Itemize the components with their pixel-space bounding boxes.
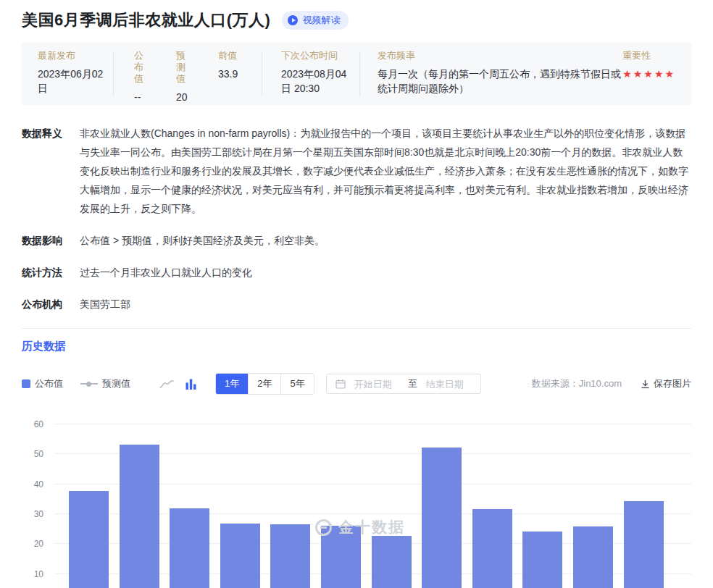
section-label: 统计方法 <box>22 263 80 282</box>
bar-4 <box>270 524 310 588</box>
legend-published-label: 公布值 <box>35 377 63 390</box>
range-2y[interactable]: 2年 <box>248 374 280 394</box>
date-separator: 至 <box>408 377 417 390</box>
section-text: 过去一个月非农业人口就业人口的变化 <box>80 263 691 282</box>
star-icon: ★ <box>622 68 632 80</box>
star-icon: ★ <box>643 68 653 80</box>
start-date-input[interactable] <box>353 378 401 390</box>
section-label: 公布机构 <box>22 295 80 314</box>
section-method: 统计方法 过去一个月非农业人口就业人口的变化 <box>22 263 691 282</box>
video-badge-label: 视频解读 <box>302 14 340 27</box>
header: 美国6月季调后非农就业人口(万人) 视频解读 <box>22 0 691 31</box>
calendar-icon <box>335 379 346 389</box>
legend-forecast-label: 预测值 <box>102 377 130 390</box>
legend-square-icon <box>22 379 30 388</box>
divider <box>113 51 114 96</box>
star-icon: ★ <box>633 68 643 80</box>
bar-11 <box>624 501 664 588</box>
y-tick-label: 50 <box>22 449 43 459</box>
importance-label: 重要性 <box>622 50 675 62</box>
section-text: 非农业就业人数(Changes in non-farm payrolls)：为就… <box>80 124 691 218</box>
page: 美国6月季调后非农就业人口(万人) 视频解读 最新发布 2023年06月02日 … <box>0 0 713 394</box>
legend-published[interactable]: 公布值 <box>22 377 63 390</box>
divider <box>262 51 262 96</box>
latest-release-value: 2023年06月02日 <box>38 67 110 96</box>
watermark-text: 金十数据 <box>338 517 405 537</box>
section-agency: 公布机构 美国劳工部 <box>22 295 691 314</box>
bar-7 <box>422 448 462 588</box>
gridline <box>54 424 691 424</box>
previous-label: 前值 <box>218 50 256 62</box>
y-tick-label: 30 <box>22 509 43 519</box>
section-divider <box>22 328 691 329</box>
next-release-label: 下次公布时间 <box>281 50 355 62</box>
y-tick-label: 20 <box>22 539 43 549</box>
jin10-watermark: 金十数据 <box>315 517 405 537</box>
info-frequency: 发布频率 每月一次（每月的第一个周五公布，遇到特殊节假日或统计周期问题除外） <box>378 50 622 98</box>
section-label: 数据影响 <box>22 231 80 250</box>
history-data-title: 历史数据 <box>22 339 691 353</box>
next-release-value: 2023年08月04日 20:30 <box>281 67 355 96</box>
page-title: 美国6月季调后非农就业人口(万人) <box>22 9 270 31</box>
bar-3 <box>220 524 260 588</box>
y-tick-label: 40 <box>22 479 43 490</box>
y-tick-label: 10 <box>22 569 43 579</box>
plot-area <box>54 407 691 588</box>
info-importance: 重要性 ★★★★★ <box>622 50 675 98</box>
definition-sections: 数据释义 非农业就业人数(Changes in non-farm payroll… <box>22 124 691 314</box>
save-image-label: 保存图片 <box>654 377 691 390</box>
section-text: 公布值 > 预期值，则利好美国经济及美元，利空非美。 <box>80 231 691 250</box>
history-bar-chart: 102030405060 金十数据 <box>22 407 691 588</box>
frequency-label: 发布频率 <box>378 50 622 62</box>
download-icon <box>641 379 650 389</box>
end-date-input[interactable] <box>425 378 472 390</box>
info-bar: 最新发布 2023年06月02日 公布值 -- 预测值 20 前值 33.9 下… <box>22 43 691 105</box>
y-tick-label: 60 <box>22 419 43 429</box>
published-label: 公布值 <box>134 50 144 85</box>
range-button-group: 1年 2年 5年 <box>215 373 314 395</box>
video-explain-badge[interactable]: 视频解读 <box>282 11 349 30</box>
info-published-value: 公布值 -- <box>134 50 153 98</box>
info-latest-release: 最新发布 2023年06月02日 <box>38 50 110 98</box>
chart-controls: 公布值 预测值 1年 2年 5年 至 数据来源：Jin10.c <box>22 374 691 394</box>
data-source: 数据来源：Jin10.com <box>532 377 622 390</box>
bar-chart-icon[interactable] <box>185 379 196 390</box>
line-chart-icon[interactable] <box>159 379 174 389</box>
frequency-value: 每月一次（每月的第一个周五公布，遇到特殊节假日或统计周期问题除外） <box>378 67 622 96</box>
importance-stars: ★★★★★ <box>622 67 675 81</box>
forecast-label: 预测值 <box>176 50 186 85</box>
date-range-picker[interactable]: 至 <box>326 374 481 394</box>
legend-line-icon <box>80 383 98 385</box>
latest-release-label: 最新发布 <box>38 50 110 62</box>
range-1y[interactable]: 1年 <box>216 374 248 394</box>
legend-forecast[interactable]: 预测值 <box>80 377 130 390</box>
section-label: 数据释义 <box>22 124 80 218</box>
bar-8 <box>472 509 512 588</box>
bar-6 <box>372 536 412 588</box>
bar-10 <box>573 526 613 588</box>
divider <box>359 51 360 96</box>
section-impact: 数据影响 公布值 > 预期值，则利好美国经济及美元，利空非美。 <box>22 231 691 250</box>
info-next-release: 下次公布时间 2023年08月04日 20:30 <box>281 50 355 98</box>
bar-0 <box>69 491 109 588</box>
info-previous-value: 前值 33.9 <box>218 50 256 98</box>
star-icon: ★ <box>664 68 674 80</box>
save-image-button[interactable]: 保存图片 <box>641 377 691 390</box>
bar-9 <box>522 532 562 588</box>
range-5y[interactable]: 5年 <box>280 374 313 394</box>
published-value: -- <box>134 90 153 104</box>
y-axis: 102030405060 <box>22 407 49 588</box>
section-text: 美国劳工部 <box>80 295 691 314</box>
bar-2 <box>170 508 209 588</box>
bar-1 <box>120 445 159 588</box>
forecast-value: 20 <box>176 90 195 104</box>
previous-value: 33.9 <box>218 67 256 81</box>
star-icon: ★ <box>654 68 664 80</box>
play-icon <box>288 15 298 25</box>
chart-type-icons <box>159 379 196 390</box>
info-forecast-value: 预测值 20 <box>176 50 195 98</box>
section-definition: 数据释义 非农业就业人数(Changes in non-farm payroll… <box>22 124 691 218</box>
jin10-logo-icon <box>315 519 332 536</box>
